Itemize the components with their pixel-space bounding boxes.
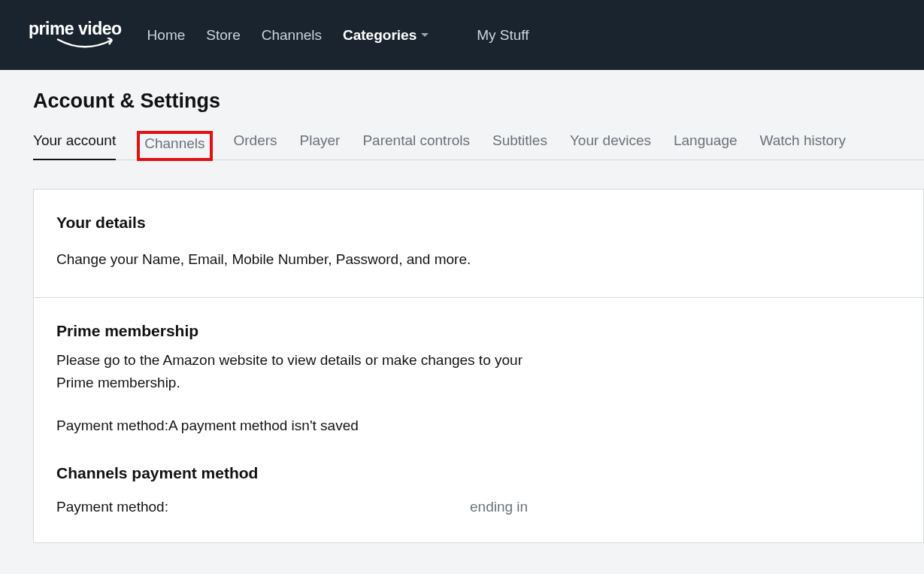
chevron-down-icon	[421, 33, 429, 37]
tab-language[interactable]: Language	[674, 132, 738, 159]
nav-categories-label: Categories	[343, 27, 417, 44]
settings-tabs: Your account Channels Orders Player Pare…	[33, 132, 924, 160]
your-details-text: Change your Name, Email, Mobile Number, …	[56, 248, 553, 270]
channels-payment-row: Payment method: ending in	[56, 499, 901, 515]
section-your-details[interactable]: Your details Change your Name, Email, Mo…	[34, 190, 923, 298]
your-details-heading: Your details	[56, 214, 901, 232]
nav-my-stuff[interactable]: My Stuff	[477, 27, 529, 44]
nav-home[interactable]: Home	[147, 27, 186, 44]
page-title: Account & Settings	[33, 90, 924, 113]
prime-video-logo[interactable]: prime video	[29, 19, 122, 51]
channels-payment-label: Payment method:	[56, 499, 470, 515]
nav-store[interactable]: Store	[206, 27, 240, 44]
tab-your-devices[interactable]: Your devices	[570, 132, 651, 159]
prime-payment-line: Payment method:A payment method isn't sa…	[56, 415, 553, 436]
channels-payment-heading: Channels payment method	[56, 464, 901, 482]
tab-player[interactable]: Player	[300, 132, 341, 159]
nav-channels[interactable]: Channels	[262, 27, 322, 44]
tab-watch-history[interactable]: Watch history	[760, 132, 846, 159]
prime-membership-heading: Prime membership	[56, 322, 901, 340]
tab-your-account[interactable]: Your account	[33, 132, 116, 160]
tab-parental-controls[interactable]: Parental controls	[362, 132, 470, 159]
tab-channels[interactable]: Channels	[138, 132, 211, 159]
content-card: Your details Change your Name, Email, Mo…	[33, 189, 924, 543]
tab-orders[interactable]: Orders	[234, 132, 277, 159]
tab-subtitles[interactable]: Subtitles	[492, 132, 547, 159]
smile-icon	[56, 38, 117, 51]
section-membership-payments: Prime membership Please go to the Amazon…	[34, 298, 923, 542]
top-navigation: prime video Home Store Channels Categori…	[0, 0, 924, 70]
channels-payment-value: ending in	[470, 499, 528, 515]
page-body: Account & Settings Your account Channels…	[0, 70, 924, 543]
logo-text: prime video	[29, 19, 122, 39]
nav-categories[interactable]: Categories	[343, 27, 429, 44]
prime-membership-text: Please go to the Amazon website to view …	[56, 349, 553, 393]
